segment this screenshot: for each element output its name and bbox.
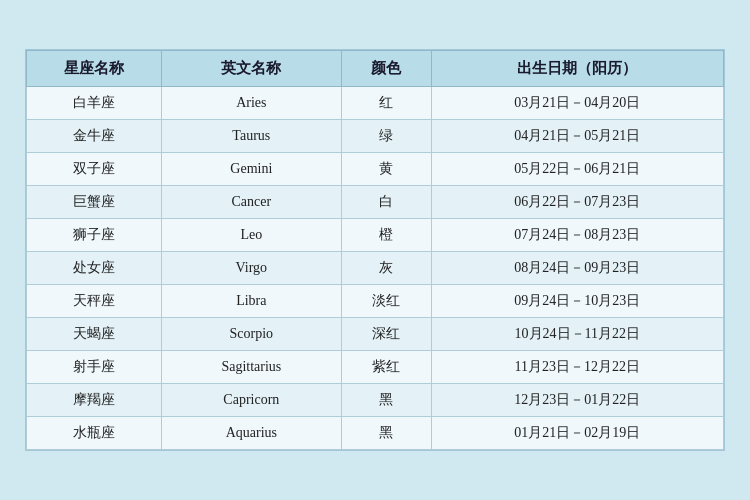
cell-chinese: 射手座 [27, 351, 162, 384]
cell-english: Cancer [161, 186, 341, 219]
table-row: 金牛座Taurus绿04月21日－05月21日 [27, 120, 724, 153]
cell-chinese: 金牛座 [27, 120, 162, 153]
cell-english: Aquarius [161, 417, 341, 450]
cell-color: 灰 [341, 252, 431, 285]
table-row: 射手座Sagittarius紫红11月23日－12月22日 [27, 351, 724, 384]
cell-color: 紫红 [341, 351, 431, 384]
cell-color: 黑 [341, 384, 431, 417]
table-row: 白羊座Aries红03月21日－04月20日 [27, 87, 724, 120]
cell-chinese: 巨蟹座 [27, 186, 162, 219]
cell-chinese: 白羊座 [27, 87, 162, 120]
cell-date: 07月24日－08月23日 [431, 219, 723, 252]
table-body: 白羊座Aries红03月21日－04月20日金牛座Taurus绿04月21日－0… [27, 87, 724, 450]
cell-color: 黄 [341, 153, 431, 186]
cell-english: Taurus [161, 120, 341, 153]
zodiac-table: 星座名称 英文名称 颜色 出生日期（阳历） 白羊座Aries红03月21日－04… [26, 50, 724, 450]
cell-chinese: 狮子座 [27, 219, 162, 252]
cell-english: Gemini [161, 153, 341, 186]
table-row: 摩羯座Capricorn黑12月23日－01月22日 [27, 384, 724, 417]
cell-english: Libra [161, 285, 341, 318]
cell-date: 12月23日－01月22日 [431, 384, 723, 417]
header-color: 颜色 [341, 51, 431, 87]
cell-date: 05月22日－06月21日 [431, 153, 723, 186]
cell-color: 淡红 [341, 285, 431, 318]
cell-color: 绿 [341, 120, 431, 153]
cell-date: 04月21日－05月21日 [431, 120, 723, 153]
cell-english: Capricorn [161, 384, 341, 417]
cell-date: 08月24日－09月23日 [431, 252, 723, 285]
cell-date: 01月21日－02月19日 [431, 417, 723, 450]
cell-date: 10月24日－11月22日 [431, 318, 723, 351]
cell-english: Leo [161, 219, 341, 252]
cell-chinese: 水瓶座 [27, 417, 162, 450]
cell-date: 03月21日－04月20日 [431, 87, 723, 120]
cell-date: 11月23日－12月22日 [431, 351, 723, 384]
cell-chinese: 天蝎座 [27, 318, 162, 351]
cell-date: 09月24日－10月23日 [431, 285, 723, 318]
cell-english: Virgo [161, 252, 341, 285]
header-date: 出生日期（阳历） [431, 51, 723, 87]
cell-color: 橙 [341, 219, 431, 252]
table-row: 双子座Gemini黄05月22日－06月21日 [27, 153, 724, 186]
cell-date: 06月22日－07月23日 [431, 186, 723, 219]
header-chinese: 星座名称 [27, 51, 162, 87]
table-row: 水瓶座Aquarius黑01月21日－02月19日 [27, 417, 724, 450]
zodiac-table-container: 星座名称 英文名称 颜色 出生日期（阳历） 白羊座Aries红03月21日－04… [25, 49, 725, 451]
cell-color: 深红 [341, 318, 431, 351]
cell-english: Scorpio [161, 318, 341, 351]
header-english: 英文名称 [161, 51, 341, 87]
cell-chinese: 摩羯座 [27, 384, 162, 417]
table-header-row: 星座名称 英文名称 颜色 出生日期（阳历） [27, 51, 724, 87]
cell-color: 红 [341, 87, 431, 120]
cell-english: Aries [161, 87, 341, 120]
cell-chinese: 处女座 [27, 252, 162, 285]
cell-color: 白 [341, 186, 431, 219]
cell-english: Sagittarius [161, 351, 341, 384]
table-row: 天秤座Libra淡红09月24日－10月23日 [27, 285, 724, 318]
table-row: 处女座Virgo灰08月24日－09月23日 [27, 252, 724, 285]
cell-chinese: 天秤座 [27, 285, 162, 318]
cell-color: 黑 [341, 417, 431, 450]
cell-chinese: 双子座 [27, 153, 162, 186]
table-row: 巨蟹座Cancer白06月22日－07月23日 [27, 186, 724, 219]
table-row: 天蝎座Scorpio深红10月24日－11月22日 [27, 318, 724, 351]
table-row: 狮子座Leo橙07月24日－08月23日 [27, 219, 724, 252]
